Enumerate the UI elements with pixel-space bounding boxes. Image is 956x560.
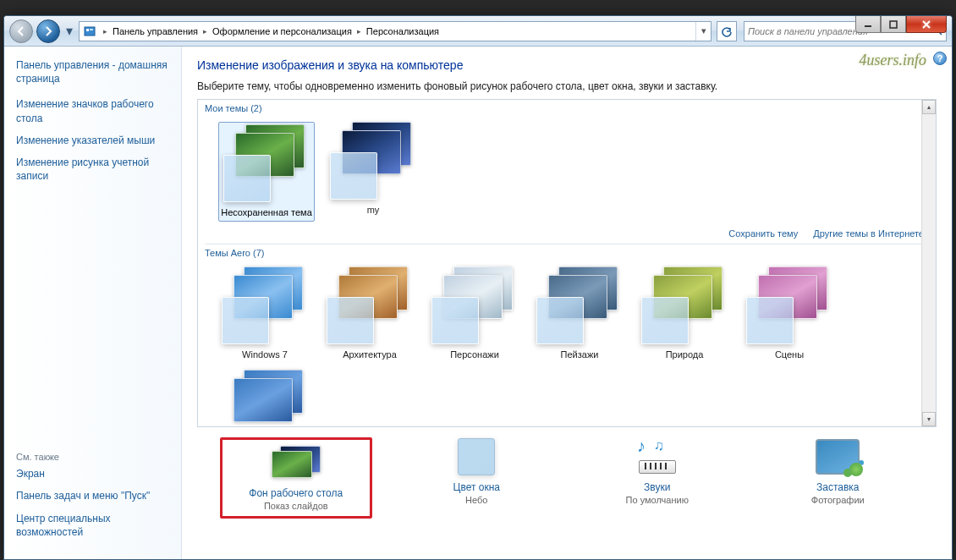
maximize-button[interactable] [881, 16, 906, 33]
sounds-option[interactable]: ♪♫ Звуки По умолчанию [581, 437, 733, 519]
theme-windows7[interactable]: Windows 7 [218, 266, 311, 361]
theme-landscapes[interactable]: Пейзажи [533, 266, 626, 361]
theme-characters[interactable]: Персонажи [428, 266, 521, 361]
option-title: Звуки [644, 481, 670, 493]
personalization-options: Фон рабочего стола Показ слайдов Цвет ок… [197, 427, 937, 524]
watermark: 4users.info [859, 52, 926, 69]
sidebar-link[interactable]: Изменение значков рабочего стола [16, 97, 169, 124]
theme-nature[interactable]: Природа [638, 266, 731, 361]
svg-rect-0 [865, 25, 871, 27]
help-icon[interactable]: ? [933, 52, 947, 65]
sidebar: Панель управления - домашняя страница Из… [4, 47, 182, 559]
theme-label: Природа [666, 349, 704, 361]
my-themes-actions: Сохранить тему Другие темы в Интернете [198, 225, 936, 244]
location-icon [81, 23, 98, 40]
svg-rect-1 [890, 21, 897, 28]
see-also-link[interactable]: Панель задач и меню "Пуск" [16, 489, 169, 502]
page-description: Выберите тему, чтобы одновременно измени… [197, 80, 937, 92]
svg-rect-2 [85, 27, 95, 36]
theme-partial[interactable] [218, 370, 311, 428]
main-panel: 4users.info ? Изменение изображения и зв… [182, 47, 952, 559]
scroll-up-button[interactable]: ▴ [922, 100, 936, 114]
scroll-down-button[interactable]: ▾ [922, 412, 936, 426]
option-title: Заставка [816, 481, 860, 493]
window-color-option[interactable]: Цвет окна Небо [400, 437, 552, 519]
option-sub: Показ слайдов [264, 501, 328, 511]
address-dropdown[interactable]: ▾ [695, 22, 711, 41]
minimize-button[interactable] [855, 16, 881, 33]
theme-unsaved[interactable]: Несохраненная тема [218, 122, 315, 222]
scrollbar[interactable]: ▴ ▾ [921, 100, 936, 426]
sidebar-link[interactable]: Изменение рисунка учетной записи [16, 156, 169, 183]
save-theme-link[interactable]: Сохранить тему [728, 228, 798, 239]
screensaver-icon [810, 437, 865, 476]
see-also-link[interactable]: Центр специальных возможностей [16, 512, 169, 539]
desktop-background-option[interactable]: Фон рабочего стола Показ слайдов [220, 437, 372, 519]
theme-label: Windows 7 [242, 349, 288, 361]
option-sub: Небо [465, 495, 487, 505]
theme-my[interactable]: my [327, 122, 420, 222]
close-button[interactable] [906, 16, 947, 33]
svg-rect-3 [86, 29, 89, 31]
theme-label: my [367, 205, 380, 217]
desktop-background-icon [268, 443, 324, 482]
control-panel-home-link[interactable]: Панель управления - домашняя страница [16, 58, 169, 85]
see-also-label: См. также [16, 452, 169, 462]
address-bar[interactable]: ▸ Панель управления ▸ Оформление и персо… [79, 21, 712, 41]
refresh-button[interactable] [717, 21, 737, 41]
window-color-icon [448, 437, 504, 476]
chevron-right-icon: ▸ [200, 27, 211, 36]
group-my-themes: Мои темы (2) [198, 100, 936, 117]
theme-label: Сцены [775, 349, 804, 361]
theme-scenes[interactable]: Сцены [743, 266, 836, 361]
group-aero-themes: Темы Aero (7) [198, 244, 936, 261]
option-title: Фон рабочего стола [249, 487, 343, 499]
see-also-link[interactable]: Экран [16, 467, 169, 480]
breadcrumb-seg[interactable]: Панель управления [111, 22, 200, 41]
sidebar-link[interactable]: Изменение указателей мыши [16, 134, 169, 147]
breadcrumb-seg[interactable]: Персонализация [365, 22, 441, 41]
themes-list: ▴ ▾ Мои темы (2) Несохраненная тема [197, 99, 937, 427]
window: ▾ ▸ Панель управления ▸ Оформление и пер… [3, 15, 953, 560]
content-body: Панель управления - домашняя страница Из… [4, 47, 952, 559]
nav-history-dropdown[interactable]: ▾ [63, 21, 75, 41]
chevron-right-icon: ▸ [100, 27, 111, 36]
more-themes-link[interactable]: Другие темы в Интернете [813, 228, 924, 239]
chevron-right-icon: ▸ [354, 27, 365, 36]
theme-architecture[interactable]: Архитектура [323, 266, 416, 361]
theme-label: Архитектура [343, 349, 397, 361]
forward-button[interactable] [36, 19, 60, 43]
page-title: Изменение изображения и звука на компьют… [197, 58, 937, 72]
back-button[interactable] [9, 19, 33, 43]
screensaver-option[interactable]: Заставка Фотографии [761, 437, 914, 519]
theme-label: Персонажи [450, 349, 499, 361]
option-sub: По умолчанию [626, 495, 689, 505]
theme-label: Пейзажи [561, 349, 599, 361]
option-sub: Фотографии [811, 495, 865, 505]
window-controls [855, 16, 947, 33]
breadcrumb-seg[interactable]: Оформление и персонализация [211, 22, 354, 41]
toolbar: ▾ ▸ Панель управления ▸ Оформление и пер… [4, 16, 952, 47]
svg-rect-4 [90, 29, 93, 30]
theme-label: Несохраненная тема [221, 207, 312, 219]
sounds-icon: ♪♫ [629, 437, 685, 476]
option-title: Цвет окна [453, 481, 500, 493]
